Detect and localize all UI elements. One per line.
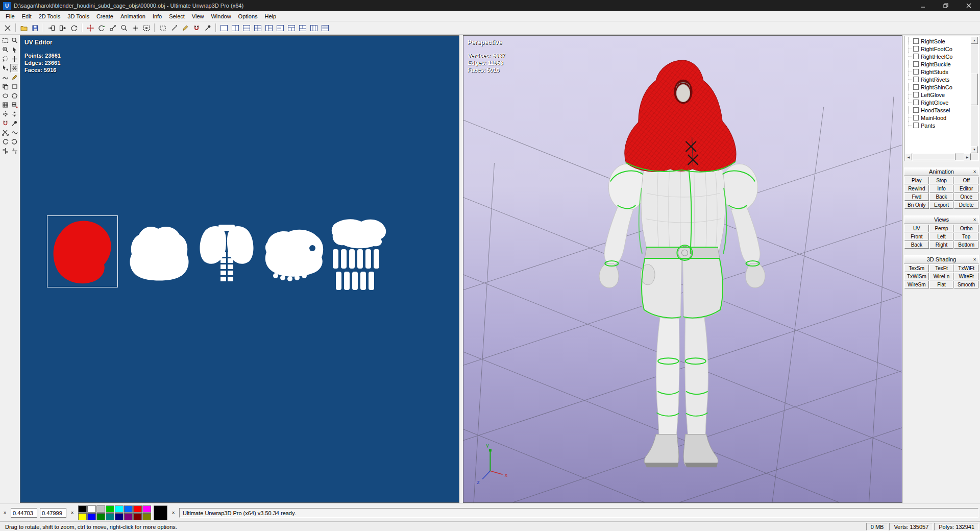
select-rect-button[interactable] <box>157 22 168 33</box>
scroll-thumb[interactable] <box>971 74 978 105</box>
uv-coord-u-input[interactable] <box>11 508 37 518</box>
pen-tool-button[interactable] <box>180 22 190 33</box>
anim-delete-button[interactable]: Delete <box>954 201 978 209</box>
status-close-button[interactable]: ✕ <box>170 510 177 516</box>
anim-back-button[interactable]: Back <box>929 193 954 201</box>
tree-item-rightfootco[interactable]: RightFootCo <box>905 45 971 53</box>
view-right-button[interactable]: Right <box>929 241 954 249</box>
eyedropper-button[interactable] <box>202 22 213 33</box>
checkbox[interactable] <box>913 92 919 98</box>
tree-item-pants[interactable]: Pants <box>905 122 971 129</box>
checkbox[interactable] <box>913 77 919 82</box>
view-left-button[interactable]: Left <box>929 233 954 240</box>
shading-txwism-button[interactable]: TxWiSm <box>904 273 929 280</box>
menu-edit[interactable]: Edit <box>18 12 35 20</box>
zoom-region-tool[interactable] <box>1 45 10 54</box>
scroll-thumb[interactable] <box>913 153 955 160</box>
current-color-swatch[interactable] <box>154 505 167 520</box>
layout-bottom-split-button[interactable] <box>297 22 308 33</box>
uv-island-selected[interactable] <box>54 221 111 283</box>
magnet-tool[interactable] <box>1 119 10 128</box>
perspective-viewport[interactable]: Perspective Vertices: 6037 Edges: 11953 … <box>463 35 902 503</box>
checkbox[interactable] <box>913 38 919 44</box>
menu-info[interactable]: Info <box>149 12 165 20</box>
menu-options[interactable]: Options <box>235 12 261 20</box>
layout-three-rows-button[interactable] <box>320 22 330 33</box>
refresh-button[interactable] <box>68 22 79 33</box>
shading-flat-button[interactable]: Flat <box>929 281 954 288</box>
select-arrow-tool[interactable] <box>10 45 19 54</box>
anim-fwd-button[interactable]: Fwd <box>904 193 929 201</box>
tree-item-rightstuds[interactable]: RightStuds <box>905 68 971 76</box>
anim-info-button[interactable]: Info <box>929 185 954 192</box>
checkbox[interactable] <box>913 69 919 75</box>
palette-swatch[interactable] <box>106 513 114 520</box>
palette-swatch[interactable] <box>78 505 87 513</box>
palette-close-button[interactable]: ✕ <box>69 510 76 516</box>
save-button[interactable] <box>30 22 40 33</box>
minimize-button[interactable] <box>911 0 934 11</box>
rotate-tool-button[interactable] <box>96 22 107 33</box>
checkbox[interactable] <box>913 61 919 67</box>
palette-swatch[interactable] <box>106 505 114 513</box>
tree-item-rightsole[interactable]: RightSole <box>905 37 971 45</box>
close-button[interactable] <box>957 0 980 11</box>
move-cross-tool[interactable] <box>10 55 19 63</box>
open-button[interactable] <box>18 22 29 33</box>
anim-stop-button[interactable]: Stop <box>929 177 954 184</box>
panel-close-button[interactable]: ✕ <box>971 216 978 223</box>
pan-tool-button[interactable] <box>130 22 140 33</box>
tree-horizontal-scrollbar[interactable]: ◀ ▶ <box>905 153 971 160</box>
stitch-tool[interactable] <box>1 73 10 82</box>
view-top-button[interactable]: Top <box>954 233 978 240</box>
palette-swatch[interactable] <box>115 505 124 513</box>
layout-right-split-button[interactable] <box>275 22 285 33</box>
scroll-up-arrow[interactable]: ▲ <box>971 37 978 44</box>
tree-item-rightbuckle[interactable]: RightBuckle <box>905 60 971 68</box>
palette-swatch[interactable] <box>142 505 151 513</box>
palette-swatch[interactable] <box>124 505 133 513</box>
align-vertical-tool[interactable] <box>10 147 19 155</box>
menu-animation[interactable]: Animation <box>117 12 149 20</box>
ellipse-tool[interactable] <box>1 91 10 100</box>
anim-once-button[interactable]: Once <box>954 193 978 201</box>
polygon-tool[interactable] <box>10 91 19 100</box>
menu-window[interactable]: Window <box>207 12 234 20</box>
lasso-tool[interactable] <box>1 55 10 63</box>
cut-tool[interactable] <box>1 128 10 137</box>
view-back-button[interactable]: Back <box>904 241 929 249</box>
relax-tool[interactable] <box>10 128 19 137</box>
tree-item-rightshinco[interactable]: RightShinCo <box>905 83 971 91</box>
menu-2d-tools[interactable]: 2D Tools <box>35 12 64 20</box>
palette-swatch[interactable] <box>133 513 142 520</box>
view-uv-button[interactable]: UV <box>904 225 929 232</box>
rotate-ccw-tool[interactable] <box>1 137 10 146</box>
menu-file[interactable]: File <box>2 12 18 20</box>
scroll-down-arrow[interactable]: ▼ <box>971 146 978 153</box>
shading-wireln-button[interactable]: WireLn <box>929 273 954 280</box>
align-horizontal-tool[interactable] <box>1 147 10 155</box>
view-front-button[interactable]: Front <box>904 233 929 240</box>
scroll-right-arrow[interactable]: ▶ <box>964 153 971 160</box>
checkbox[interactable] <box>913 123 919 128</box>
checkbox[interactable] <box>913 84 919 90</box>
snap-grid-tool[interactable] <box>10 101 19 109</box>
anim-editor-button[interactable]: Editor <box>954 185 978 192</box>
palette-swatch[interactable] <box>115 513 124 520</box>
tree-vertical-scrollbar[interactable]: ▲ ▼ <box>971 37 978 153</box>
move-tool-button[interactable] <box>85 22 95 33</box>
layout-left-split-button[interactable] <box>263 22 274 33</box>
tree-item-mainhood[interactable]: MainHood <box>905 114 971 122</box>
tree-item-leftglove[interactable]: LeftGlove <box>905 91 971 99</box>
clone-tool[interactable] <box>1 82 10 91</box>
menu-help[interactable]: Help <box>261 12 280 20</box>
anim-off-button[interactable]: Off <box>954 177 978 184</box>
uv-editor-panel[interactable]: UV Editor Points: 23661 Edges: 23661 Fac… <box>20 35 459 503</box>
weld-tool[interactable] <box>10 64 19 73</box>
checkbox[interactable] <box>913 115 919 120</box>
rect-tool[interactable] <box>10 82 19 91</box>
view-ortho-button[interactable]: Ortho <box>954 225 978 232</box>
panel-close-button[interactable]: ✕ <box>971 168 978 175</box>
zoom-tool-button[interactable] <box>118 22 129 33</box>
layout-top-split-button[interactable] <box>286 22 297 33</box>
